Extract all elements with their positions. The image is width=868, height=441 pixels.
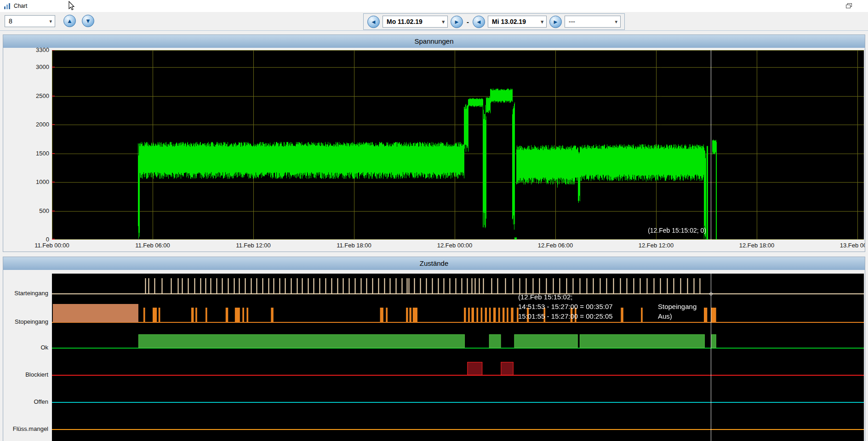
spannungen-panel-body: (12.Feb 15:15:02; 0) 11.Feb 00:0011.Feb … — [3, 48, 865, 252]
combo-arrow-icon: ▾ — [541, 19, 543, 25]
app-icon — [4, 2, 11, 10]
mouse-cursor — [67, 1, 76, 13]
restore-icon — [846, 3, 851, 8]
row-label-fl-ss-mangel: Flüss.mangel — [3, 425, 48, 432]
spannungen-panel-header: Spannungen — [3, 35, 865, 48]
x-axis-label: 12.Feb 12:00 — [624, 242, 688, 249]
toolbar: 8 ▾ ▲ ▼ ◄ Mo 11.02.19 ▾ ► - ◄ Mi 13.02.1… — [0, 12, 868, 31]
row-label-starteingang: Starteingang — [3, 290, 48, 297]
extra-combo-value: --- — [569, 18, 575, 25]
combo-arrow-icon: ▾ — [615, 19, 617, 25]
tooltip-line: Aus) — [658, 311, 697, 321]
scale-down-button[interactable]: ▼ — [82, 15, 94, 27]
zustaende-panel: Zustände (12.Feb 15:15:02; 14:51:53 - 15… — [3, 257, 865, 441]
title-bar: Chart — [0, 0, 868, 12]
combo-arrow-icon: ▾ — [442, 19, 445, 25]
right-arrow-icon: ► — [454, 18, 460, 25]
zustaende-panel-header: Zustände — [3, 257, 865, 270]
date-range-group: ◄ Mo 11.02.19 ▾ ► - ◄ Mi 13.02.19 ▾ ► --… — [363, 13, 625, 30]
y-axis-label: 3300 — [17, 48, 49, 53]
window-title: Chart — [14, 3, 27, 9]
x-axis-label: 11.Feb 06:00 — [120, 242, 185, 249]
down-arrow-icon: ▼ — [85, 17, 91, 24]
y-axis-label: 1000 — [17, 178, 49, 185]
left-arrow-icon: ◄ — [371, 18, 377, 25]
row-label-ok: Ok — [3, 344, 48, 351]
left-arrow-icon: ◄ — [476, 18, 482, 25]
spannungen-title: Spannungen — [414, 37, 453, 45]
tooltip-line: Stopeingang — [658, 302, 697, 311]
row-label-offen: Offen — [3, 398, 48, 405]
y-axis-label: 2000 — [17, 121, 49, 128]
y-axis-label: 500 — [17, 207, 49, 214]
spannungen-panel: Spannungen (12.Feb 15:15:02; 0) 11.Feb 0… — [3, 34, 865, 252]
scale-up-button[interactable]: ▲ — [63, 15, 76, 27]
tooltip-line: 15:01:55 - 15:27:00 = 00:25:05 — [518, 311, 613, 321]
spannungen-cursor-annotation: (12.Feb 15:15:02; 0) — [648, 227, 706, 234]
x-axis-label: 12.Feb 18:00 — [725, 242, 789, 249]
from-date-prev-button[interactable]: ◄ — [367, 16, 380, 28]
to-date-next-button[interactable]: ► — [549, 16, 562, 28]
date-range-separator: - — [467, 18, 469, 26]
x-axis-label: 13.Feb 00:00 — [825, 242, 865, 249]
combo-arrow-icon: ▾ — [49, 18, 52, 24]
y-axis-label: 2500 — [17, 92, 49, 99]
zustaende-panel-body: (12.Feb 15:15:02; 14:51:53 - 15:27:00 = … — [3, 270, 865, 441]
spannungen-plot-area: (12.Feb 15:15:02; 0) — [52, 50, 864, 240]
extra-combo[interactable]: --- ▾ — [565, 16, 621, 28]
right-arrow-icon: ► — [553, 18, 559, 25]
tooltip-line: 14:51:53 - 15:27:00 = 00:35:07 — [518, 302, 613, 311]
cursor-tooltip-signal: Stopeingang Aus) — [658, 302, 697, 321]
y-axis-label: 1500 — [17, 150, 49, 157]
cursor-tooltip: (12.Feb 15:15:02; 14:51:53 - 15:27:00 = … — [518, 292, 613, 321]
up-arrow-icon: ▲ — [67, 17, 73, 24]
to-date-value: Mi 13.02.19 — [492, 18, 526, 25]
zustaende-plot-area: (12.Feb 15:15:02; 14:51:53 - 15:27:00 = … — [52, 274, 864, 441]
row-label-stopeingang: Stopeingang — [3, 318, 48, 325]
x-axis-label: 11.Feb 12:00 — [221, 242, 286, 249]
zustaende-plot-canvas[interactable] — [52, 274, 864, 441]
zustaende-title: Zustände — [420, 259, 449, 267]
x-axis-label: 12.Feb 00:00 — [423, 242, 487, 249]
row-label-blockiert: Blockiert — [3, 371, 48, 378]
x-axis-label: 11.Feb 18:00 — [322, 242, 386, 249]
y-axis-label: 3000 — [17, 63, 49, 70]
x-axis-label: 12.Feb 06:00 — [523, 242, 588, 249]
tooltip-line: (12.Feb 15:15:02; — [518, 292, 613, 302]
y-axis-label: 0 — [17, 236, 49, 243]
x-axis-label: 11.Feb 00:00 — [20, 242, 84, 249]
to-date-combo[interactable]: Mi 13.02.19 ▾ — [488, 16, 547, 28]
preset-value: 8 — [9, 17, 12, 25]
preset-combo[interactable]: 8 ▾ — [5, 15, 55, 27]
spannungen-plot-canvas[interactable] — [52, 50, 864, 240]
to-date-prev-button[interactable]: ◄ — [473, 16, 485, 28]
from-date-next-button[interactable]: ► — [451, 16, 463, 28]
restore-button[interactable] — [845, 2, 852, 9]
from-date-value: Mo 11.02.19 — [387, 18, 423, 25]
from-date-combo[interactable]: Mo 11.02.19 ▾ — [383, 16, 448, 28]
